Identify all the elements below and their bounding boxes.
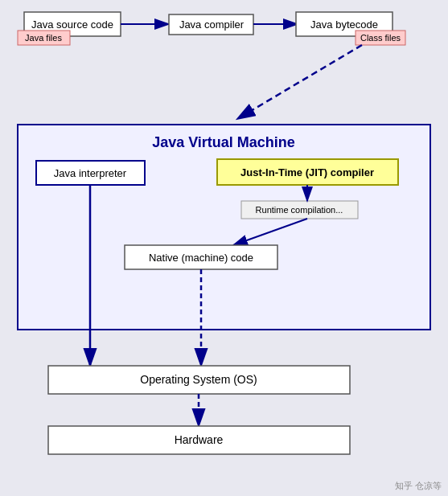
svg-text:Java interpreter: Java interpreter xyxy=(54,167,127,179)
watermark: 知乎 仓凉等 xyxy=(395,480,442,492)
svg-rect-30 xyxy=(48,426,350,454)
svg-text:Class files: Class files xyxy=(360,33,401,43)
svg-line-22 xyxy=(233,219,307,245)
svg-rect-13 xyxy=(18,125,430,330)
svg-text:Java Virtual Machine: Java Virtual Machine xyxy=(152,134,295,150)
svg-rect-10 xyxy=(356,31,405,45)
svg-text:Java bytecode: Java bytecode xyxy=(310,18,378,31)
svg-rect-15 xyxy=(36,161,145,185)
diagram-container: Java source code Java files Java compile… xyxy=(0,0,448,496)
svg-text:Java compiler: Java compiler xyxy=(179,18,245,31)
svg-text:Native (machine) code: Native (machine) code xyxy=(149,252,253,264)
svg-rect-0 xyxy=(24,12,121,36)
svg-rect-8 xyxy=(296,12,393,36)
svg-text:Runtime compilation...: Runtime compilation... xyxy=(256,205,343,215)
svg-rect-5 xyxy=(169,14,253,35)
diagram-svg: Java source code Java files Java compile… xyxy=(0,0,448,496)
svg-rect-23 xyxy=(125,245,277,269)
svg-text:Hardware: Hardware xyxy=(175,433,224,446)
svg-text:Operating System (OS): Operating System (OS) xyxy=(140,373,257,386)
svg-line-12 xyxy=(237,45,362,119)
svg-text:Just-In-Time (JIT) compiler: Just-In-Time (JIT) compiler xyxy=(240,166,374,178)
svg-text:Java files: Java files xyxy=(25,33,62,43)
svg-text:Java source code: Java source code xyxy=(31,18,113,31)
svg-rect-19 xyxy=(241,201,358,219)
svg-rect-17 xyxy=(217,159,398,185)
svg-rect-27 xyxy=(48,366,350,394)
svg-rect-2 xyxy=(18,31,70,45)
